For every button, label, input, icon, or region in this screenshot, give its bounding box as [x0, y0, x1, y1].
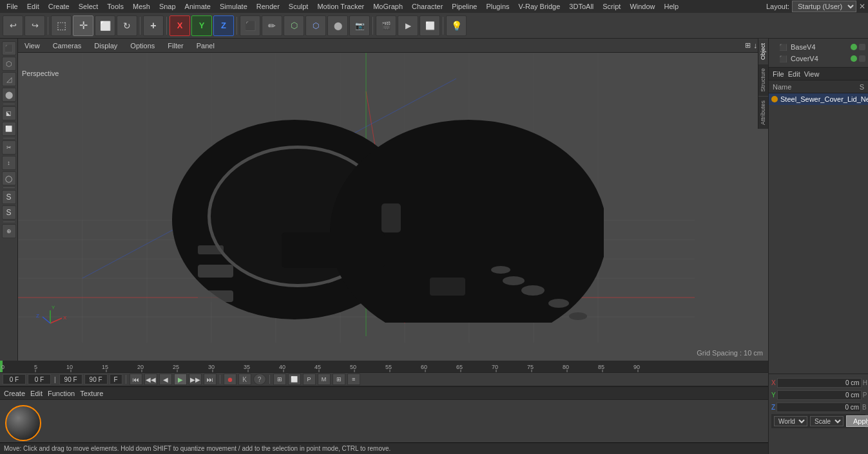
menu-motion-tracker[interactable]: Motion Tracker: [313, 0, 368, 13]
record-button[interactable]: ⏺: [224, 374, 236, 385]
viewport[interactable]: View Cameras Display Options Filter Pane…: [18, 39, 768, 361]
coord-y-input[interactable]: [777, 390, 862, 400]
menu-edit[interactable]: Edit: [23, 0, 43, 13]
menu-mesh[interactable]: Mesh: [129, 0, 154, 13]
mat-texture-menu[interactable]: Texture: [80, 390, 103, 397]
coord-z-input[interactable]: [776, 402, 861, 412]
axis-button[interactable]: ⊕: [2, 224, 16, 238]
frame-start-input[interactable]: 0 F: [3, 374, 26, 384]
scale-select[interactable]: Scale: [810, 416, 844, 426]
vp-menu-filter[interactable]: Filter: [165, 42, 186, 50]
step-backward-button[interactable]: ◀◀: [144, 374, 157, 385]
timeline-ruler[interactable]: 0 5 10 15 20 25 30 35 40 45 50 55 60: [0, 361, 768, 374]
light-button[interactable]: 💡: [446, 15, 467, 36]
fps-input[interactable]: [84, 374, 108, 384]
close-icon[interactable]: ✕: [859, 2, 865, 11]
obj-lock-1[interactable]: [859, 44, 865, 50]
render-button[interactable]: ▶: [398, 15, 418, 36]
deformer-tool-button[interactable]: ⬤: [327, 15, 348, 36]
menu-vray-bridge[interactable]: V-Ray Bridge: [515, 0, 564, 13]
add-tool-button[interactable]: +: [143, 15, 164, 36]
menu-help[interactable]: Help: [661, 0, 683, 13]
menu-3dtoall[interactable]: 3DToAll: [565, 0, 597, 13]
menu-script[interactable]: Script: [599, 0, 624, 13]
move-tool-button[interactable]: ✛: [73, 15, 93, 36]
apply-button[interactable]: Apply: [846, 415, 868, 427]
magnet-button[interactable]: S: [2, 190, 16, 204]
help-button[interactable]: ?: [253, 374, 266, 385]
tweak-mode-button[interactable]: ⬕: [2, 106, 16, 120]
polygon-mode-button[interactable]: ⬡: [2, 57, 16, 71]
render-region-button[interactable]: ⬜: [420, 15, 440, 36]
layout-dropdown[interactable]: Startup (User): [792, 1, 856, 12]
world-select[interactable]: World Local: [774, 416, 807, 426]
attr-file-menu[interactable]: File: [773, 70, 784, 78]
snap-button[interactable]: S: [2, 205, 16, 220]
vp-menu-panel[interactable]: Panel: [194, 42, 217, 50]
object-item-coverv4[interactable]: ⬛ CoverV4: [769, 53, 868, 64]
menu-select[interactable]: Select: [75, 0, 102, 13]
redo-button[interactable]: ↪: [24, 15, 45, 36]
viewport-control-1[interactable]: ↓: [753, 41, 757, 50]
menu-pipeline[interactable]: Pipeline: [448, 0, 481, 13]
menu-tools[interactable]: Tools: [103, 0, 128, 13]
poly-tool-button[interactable]: ⬡: [284, 15, 304, 36]
viewport-canvas[interactable]: Perspective: [18, 53, 768, 361]
skip-to-start-button[interactable]: ⏮: [130, 374, 142, 385]
undo-button[interactable]: ↩: [3, 15, 23, 36]
menu-create[interactable]: Create: [44, 0, 73, 13]
obj-lock-2[interactable]: [859, 55, 865, 62]
rotate-tool-button[interactable]: ↻: [117, 15, 137, 36]
motion-path-button[interactable]: M: [318, 374, 331, 385]
loop-cut-button[interactable]: ↕: [2, 156, 16, 170]
mat-function-menu[interactable]: Function: [48, 390, 75, 397]
vp-menu-cameras[interactable]: Cameras: [50, 42, 84, 50]
layer-button[interactable]: ⬜: [288, 374, 301, 385]
fps-val-input[interactable]: [110, 374, 122, 384]
menu-render[interactable]: Render: [253, 0, 284, 13]
timeline-ruler-bar[interactable]: 0 5 10 15 20 25 30 35 40 45 50 55 60: [0, 361, 768, 374]
menu-file[interactable]: File: [3, 0, 22, 13]
object-item-basev4[interactable]: ⬛ BaseV4: [769, 41, 868, 53]
vp-menu-display[interactable]: Display: [92, 42, 120, 50]
pen-tool-button[interactable]: ✏: [262, 15, 282, 36]
point-mode-button[interactable]: ⬤: [2, 88, 16, 102]
expand-timeline-button[interactable]: ≡: [347, 374, 360, 385]
mat-create-menu[interactable]: Create: [4, 390, 25, 397]
x-axis-button[interactable]: X: [169, 15, 190, 36]
mat-edit-menu[interactable]: Edit: [30, 390, 43, 397]
brush-button[interactable]: ◯: [2, 171, 16, 185]
menu-snap[interactable]: Snap: [155, 0, 180, 13]
menu-plugins[interactable]: Plugins: [482, 0, 513, 13]
attr-view-menu[interactable]: View: [804, 70, 820, 78]
y-axis-button[interactable]: Y: [191, 15, 212, 36]
z-axis-button[interactable]: Z: [213, 15, 234, 36]
vp-menu-view[interactable]: View: [22, 42, 43, 50]
menu-simulate[interactable]: Simulate: [216, 0, 251, 13]
side-tab-attributes[interactable]: Attributes: [758, 96, 768, 129]
menu-mograph[interactable]: MoGraph: [369, 0, 407, 13]
frame-total-input[interactable]: [59, 374, 82, 384]
knife-tool-lt-button[interactable]: ✂: [2, 140, 16, 155]
selection-tool-button[interactable]: ⬚: [51, 15, 72, 36]
vp-menu-options[interactable]: Options: [128, 42, 157, 50]
live-select-button[interactable]: ⬜: [2, 122, 16, 136]
coord-x-input[interactable]: [777, 378, 862, 388]
skip-to-end-button[interactable]: ⏭: [204, 374, 217, 385]
spline-tool-button[interactable]: ⬡: [305, 15, 326, 36]
step-forward-button[interactable]: ▶▶: [189, 374, 202, 385]
menu-character[interactable]: Character: [408, 0, 447, 13]
scale-tool-button[interactable]: ⬜: [95, 15, 115, 36]
obj-vis-2[interactable]: [851, 55, 857, 62]
attr-edit-menu[interactable]: Edit: [788, 70, 800, 78]
snap-key-button[interactable]: ⊞: [273, 374, 286, 385]
side-tab-object[interactable]: Object: [758, 39, 768, 64]
attr-item-sewer[interactable]: Steel_Sewer_Cover_Lid_New: [769, 93, 868, 105]
timeline-mode-button[interactable]: P: [303, 374, 316, 385]
grid-toggle-button[interactable]: ⊞: [333, 374, 345, 385]
render-view-button[interactable]: 🎬: [376, 15, 396, 36]
object-mode-button[interactable]: ⬛: [2, 41, 16, 55]
auto-key-button[interactable]: K: [238, 374, 251, 385]
menu-window[interactable]: Window: [626, 0, 659, 13]
viewport-control-expand[interactable]: ⊞: [745, 41, 751, 50]
